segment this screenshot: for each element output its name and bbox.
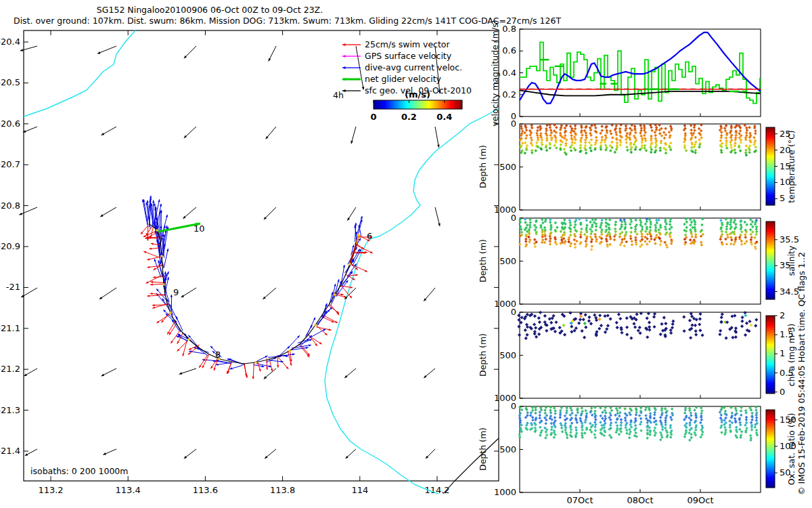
data-point xyxy=(583,336,586,339)
data-point xyxy=(560,124,563,127)
data-point xyxy=(700,433,704,436)
data-point xyxy=(600,221,604,225)
data-point xyxy=(623,407,627,410)
data-point xyxy=(581,428,584,431)
data-point xyxy=(574,414,578,417)
data-point xyxy=(528,221,532,224)
data-point xyxy=(604,415,607,418)
data-point xyxy=(549,411,553,415)
data-point xyxy=(531,409,535,412)
salinity-colorbar xyxy=(766,221,775,299)
data-point xyxy=(663,240,667,244)
data-point xyxy=(698,329,702,332)
data-point xyxy=(590,144,593,147)
data-point xyxy=(625,125,628,128)
data-point xyxy=(570,428,573,431)
data-point xyxy=(539,425,542,429)
data-point xyxy=(583,431,587,435)
y-tick-label: -20.4 xyxy=(0,37,20,47)
data-point xyxy=(659,226,662,229)
data-point xyxy=(625,240,629,244)
data-point xyxy=(698,146,701,149)
data-point xyxy=(745,144,748,148)
data-point xyxy=(740,430,744,433)
timeseries-panels: 00.20.40.60.8050010002520151050500100035… xyxy=(494,24,799,505)
data-point xyxy=(531,126,534,129)
data-point xyxy=(695,416,698,419)
data-point xyxy=(579,144,583,147)
velocity-axis-label: velocity magnitude (m/s) xyxy=(490,20,500,126)
data-point xyxy=(570,134,573,137)
data-point xyxy=(630,226,633,230)
data-point xyxy=(524,337,528,340)
data-point xyxy=(600,125,604,128)
data-point xyxy=(690,129,693,132)
data-point xyxy=(585,237,589,240)
data-point xyxy=(739,224,742,227)
data-point xyxy=(754,146,757,149)
data-point xyxy=(524,221,527,224)
surfacing-dot xyxy=(169,312,172,314)
data-point xyxy=(649,226,652,229)
data-point xyxy=(606,131,609,134)
data-point xyxy=(591,245,594,248)
data-point xyxy=(699,421,702,425)
data-point xyxy=(687,417,691,420)
dive-avg-current-arrow xyxy=(355,223,357,226)
data-point xyxy=(664,127,667,130)
data-point xyxy=(600,224,603,227)
data-point xyxy=(549,408,552,412)
data-point xyxy=(700,136,703,140)
data-point xyxy=(694,135,698,139)
data-point xyxy=(574,127,577,131)
swim-vector-arrow xyxy=(214,368,216,371)
data-point xyxy=(579,314,583,318)
y-tick-label: -21 xyxy=(6,282,20,292)
data-point xyxy=(584,141,587,144)
data-point xyxy=(594,228,597,232)
data-point xyxy=(749,218,752,221)
data-point xyxy=(729,144,733,147)
data-point xyxy=(517,314,520,317)
data-point xyxy=(733,148,736,152)
data-point xyxy=(564,127,567,130)
data-point xyxy=(753,127,757,130)
dive-number-label: 10 xyxy=(194,224,205,234)
data-point xyxy=(562,324,565,327)
data-point xyxy=(754,414,758,417)
data-point xyxy=(589,221,592,224)
data-point xyxy=(563,148,566,151)
map-colorbar-tick-label: 0.2 xyxy=(401,112,417,122)
data-point xyxy=(544,238,547,241)
data-point xyxy=(613,238,616,242)
data-point xyxy=(728,419,731,423)
dive-number-label: 8 xyxy=(215,350,221,360)
data-point xyxy=(738,421,742,425)
data-point xyxy=(541,138,544,142)
data-point xyxy=(549,129,553,132)
data-point xyxy=(535,335,538,339)
y-tick-label: 0 xyxy=(511,119,516,129)
data-point xyxy=(610,132,613,135)
data-point xyxy=(543,408,547,412)
surfacing-dot xyxy=(254,361,257,364)
data-point xyxy=(584,421,587,424)
y-tick-label: 1000 xyxy=(494,487,516,497)
data-point xyxy=(671,322,675,326)
data-point xyxy=(614,131,618,134)
chl-a-panel-border xyxy=(520,312,761,398)
data-point xyxy=(723,426,727,429)
data-point xyxy=(734,223,738,226)
legend-item-label: dive-avg current veloc. xyxy=(365,62,462,72)
data-point xyxy=(751,230,754,234)
data-point xyxy=(664,427,667,430)
data-point xyxy=(698,312,702,316)
data-point xyxy=(548,317,551,320)
data-point xyxy=(693,126,696,129)
y-tick-label: -21.1 xyxy=(0,323,20,333)
depth-axis-label-salinity: Depth (m) xyxy=(478,239,488,282)
data-point xyxy=(608,144,612,148)
y-tick-label: 0.4 xyxy=(502,68,516,78)
data-point xyxy=(574,429,578,432)
data-point xyxy=(545,149,549,152)
